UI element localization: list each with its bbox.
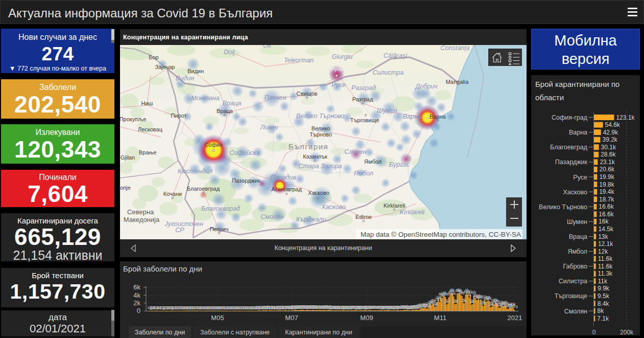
svg-text:Прокупље: Прокупље [120, 116, 146, 122]
svg-text:Ловеч: Ловеч [260, 124, 278, 131]
svg-text:12.1k: 12.1k [598, 240, 613, 247]
svg-text:Edirne: Edirne [355, 214, 372, 220]
svg-text:Русе: Русе [331, 66, 342, 72]
svg-text:Русе: Русе [573, 174, 587, 181]
svg-text:Търговище: Търговище [350, 117, 379, 123]
svg-text:Търговище: Търговище [555, 292, 587, 300]
svg-text:23.1k: 23.1k [600, 159, 615, 166]
svg-text:2k: 2k [133, 299, 140, 307]
svg-text:Хасково: Хасково [321, 204, 346, 211]
svg-text:Силистра: Силистра [559, 278, 587, 285]
svg-text:18.7k: 18.7k [599, 196, 614, 203]
svg-text:Кочани: Кочани [163, 191, 182, 197]
svg-text:Търново: Търново [309, 131, 332, 138]
svg-text:Силистра: Силистра [373, 69, 403, 76]
svg-text:Ямбол: Ямбол [353, 170, 373, 177]
svg-text:Благоевград: Благоевград [201, 205, 240, 212]
svg-text:Смолян: Смолян [564, 308, 587, 315]
svg-text:16k: 16k [599, 218, 609, 225]
svg-text:Казанлък: Казанлък [303, 153, 327, 160]
svg-text:Русе: Русе [331, 81, 346, 88]
svg-text:Враца: Враца [223, 100, 242, 107]
svg-text:копје: копје [120, 185, 131, 191]
svg-text:Dolj: Dolj [224, 49, 235, 56]
svg-text:Габрово: Габрово [563, 263, 587, 270]
svg-text:Варна: Варна [430, 114, 446, 120]
svg-text:Благоевград: Благоевград [550, 144, 588, 151]
svg-text:19.9k: 19.9k [599, 173, 614, 181]
svg-text:19.8k: 19.8k [599, 181, 614, 188]
svg-text:Gjilan: Gjilan [121, 154, 135, 161]
svg-text:Хасково: Хасково [563, 189, 587, 196]
svg-text:София-град: София-град [552, 114, 588, 121]
svg-text:Северна: Северна [127, 208, 154, 216]
svg-text:Ямбол: Ямбол [364, 159, 381, 165]
svg-text:Пазарджик: Пазарджик [555, 159, 588, 166]
svg-text:13k: 13k [598, 233, 608, 240]
svg-text:39.2k: 39.2k [603, 136, 618, 143]
svg-text:Kırklareli: Kırklareli [400, 209, 425, 216]
svg-text:8k: 8k [598, 307, 605, 314]
svg-text:Варна: Варна [569, 129, 587, 136]
svg-text:Giurgiu: Giurgiu [332, 53, 352, 60]
svg-text:Зајечар: Зајечар [155, 64, 175, 70]
svg-text:11.6k: 11.6k [598, 255, 613, 262]
svg-text:11.6k: 11.6k [598, 263, 613, 270]
svg-text:2k: 2k [454, 299, 459, 304]
svg-text:Плевен: Плевен [264, 94, 286, 101]
svg-text:M05: M05 [211, 314, 224, 322]
svg-text:123.1k: 123.1k [616, 114, 635, 121]
svg-text:Бургас: Бургас [389, 161, 410, 168]
svg-text:Шумен: Шумен [377, 107, 397, 114]
svg-text:Свищов: Свищов [297, 91, 318, 97]
svg-text:2k: 2k [462, 298, 467, 303]
svg-text:Шумен: Шумен [567, 218, 587, 226]
svg-text:Сливен: Сливен [344, 148, 366, 155]
svg-text:200k: 200k [620, 329, 634, 335]
svg-text:20.6k: 20.6k [600, 166, 615, 173]
svg-text:Стара Загора: Стара Загора [298, 163, 342, 170]
svg-text:Враца: Враца [569, 233, 587, 240]
svg-text:Асеновград: Асеновград [271, 186, 302, 192]
svg-text:Варна: Варна [403, 113, 421, 120]
svg-text:Kirklareli: Kirklareli [384, 202, 405, 209]
svg-text:Кюстендил: Кюстендил [178, 168, 212, 175]
svg-text:Враца: Враца [217, 108, 233, 114]
svg-text:30.1k: 30.1k [601, 144, 616, 151]
svg-text:България: България [289, 142, 328, 151]
svg-text:1k: 1k [481, 301, 486, 306]
svg-text:0: 0 [592, 329, 596, 335]
svg-text:Смолян: Смолян [261, 213, 284, 220]
svg-text:Македонија: Македонија [124, 216, 160, 223]
svg-text:6k: 6k [133, 283, 140, 291]
svg-text:Ямбол: Ямбол [567, 248, 587, 255]
svg-text:M11: M11 [434, 314, 446, 322]
svg-text:Велико Търново: Велико Търново [296, 112, 345, 120]
svg-text:19.4k: 19.4k [599, 188, 614, 195]
svg-text:Видин: Видин [176, 75, 194, 82]
svg-text:СР: СР [175, 227, 184, 234]
svg-text:Благоевград: Благоевград [187, 186, 220, 192]
svg-text:София: София [204, 142, 222, 148]
svg-text:Велико Търново: Велико Търново [539, 204, 587, 211]
svg-text:28.6k: 28.6k [601, 151, 616, 158]
svg-text:16.6k: 16.6k [599, 203, 614, 210]
svg-text:8.4k: 8.4k [598, 300, 610, 307]
svg-text:2k: 2k [470, 299, 475, 304]
svg-text:Хасково: Хасково [308, 190, 329, 196]
svg-text:54.6k: 54.6k [605, 121, 621, 128]
svg-text:274: 274 [511, 304, 518, 309]
svg-text:Călărași: Călărași [384, 52, 408, 59]
svg-text:Mangalia: Mangalia [446, 79, 469, 85]
svg-text:11k: 11k [598, 278, 608, 285]
svg-text:Map data © OpenStreetMap contr: Map data © OpenStreetMap contributors, C… [361, 231, 521, 238]
svg-text:Врање: Врање [139, 149, 157, 155]
svg-text:Olt: Olt [263, 45, 272, 49]
svg-text:14.5k: 14.5k [599, 226, 614, 233]
svg-text:0: 0 [137, 307, 140, 314]
svg-text:M09: M09 [360, 314, 373, 322]
svg-text:7.1k: 7.1k [597, 315, 609, 322]
svg-text:Кърджали: Кърджали [296, 216, 326, 223]
svg-text:Constanța: Constanța [441, 45, 470, 52]
svg-text:Видин: Видин [187, 68, 204, 74]
